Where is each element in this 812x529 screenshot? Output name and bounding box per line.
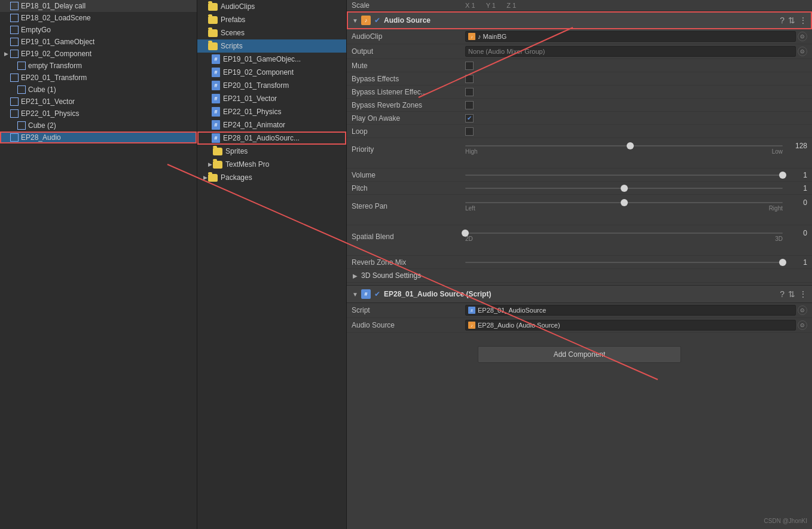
more-icon[interactable]: ⋮ (799, 289, 807, 299)
mute-checkbox[interactable] (465, 62, 474, 70)
hierarchy-item-ep28-audio[interactable]: EP28_Audio (0, 132, 197, 143)
spatial-blend-row: Spatial Blend 2D 3D 0 (347, 225, 812, 256)
gameobj-icon (17, 61, 26, 71)
priority-slider[interactable]: High Low (465, 145, 783, 146)
hierarchy-item-ep20-transform[interactable]: EP20_01_Transform (0, 72, 197, 84)
project-script-ep19-go[interactable]: # EP19_01_GameObjec... (197, 53, 346, 66)
arrow-icon (2, 38, 10, 45)
project-folder-prefabs[interactable]: Prefabs (197, 13, 346, 26)
hierarchy-item-cube1[interactable]: Cube (1) (7, 84, 197, 96)
project-folder-packages[interactable]: ▶ Packages (197, 171, 346, 184)
audioclip-field[interactable]: ♪ ♪ MainBG (465, 31, 796, 42)
arrow-icon (207, 148, 213, 154)
pitch-label: Pitch (352, 184, 465, 192)
hierarchy-item-ep18-load[interactable]: EP18_02_LoadScene (0, 12, 197, 24)
project-folder-scenes[interactable]: Scenes (197, 26, 346, 39)
bypass-effects-label: Bypass Effects (352, 75, 465, 83)
project-script-label: EP22_01_Physics (223, 108, 281, 116)
add-component-button[interactable]: Add Component (478, 346, 681, 363)
pitch-slider[interactable] (465, 188, 783, 189)
loop-checkbox[interactable] (465, 127, 474, 136)
bypass-reverb-checkbox[interactable] (465, 101, 474, 109)
output-select-btn[interactable]: ⊙ (798, 47, 807, 56)
project-item-label: Packages (221, 173, 252, 182)
add-component-container: Add Component (347, 333, 812, 376)
help-icon[interactable]: ? (780, 289, 784, 299)
script-check-icon[interactable]: ✔ (373, 290, 381, 298)
project-folder-textmeshpro[interactable]: ▶ TextMesh Pro (197, 158, 346, 171)
settings-icon[interactable]: ⇅ (788, 289, 795, 299)
gameobj-icon (10, 49, 19, 59)
stereo-slider[interactable]: Left Right (465, 202, 783, 203)
hierarchy-item-ep19-go[interactable]: EP19_01_GameObject (0, 36, 197, 48)
project-folder-audioclips[interactable]: AudioClips (197, 0, 346, 13)
hierarchy-label: EP21_01_Vector (21, 97, 75, 106)
reverb-slider[interactable] (465, 262, 783, 263)
sound-settings-header[interactable]: ▶ 3D Sound Settings (347, 269, 812, 283)
script-icon: # (212, 68, 220, 77)
output-field[interactable]: None (Audio Mixer Group) (465, 46, 796, 57)
project-script-ep20[interactable]: # EP20_01_Transform (197, 79, 346, 92)
folder-icon (213, 148, 222, 155)
spatial-2d-label: 2D (465, 236, 473, 242)
arrow-icon (202, 4, 208, 10)
script-audio-source-value: ♪ EP28_Audio (Audio Source) ⊙ (465, 320, 807, 331)
help-icon[interactable]: ? (780, 16, 784, 25)
project-script-ep24[interactable]: # EP24_01_Animator (197, 118, 346, 132)
project-script-ep19-comp[interactable]: # EP19_02_Component (197, 66, 346, 79)
play-on-awake-checkbox[interactable]: ✔ (465, 114, 474, 123)
script-select-btn[interactable]: ⊙ (798, 305, 807, 315)
volume-slider[interactable] (465, 175, 783, 176)
more-icon[interactable]: ⋮ (799, 16, 807, 25)
project-script-label: EP19_01_GameObjec... (223, 55, 301, 63)
mute-row: Mute (347, 59, 812, 72)
folder-icon (208, 3, 218, 11)
script-component-header[interactable]: ▼ # ✔ EP28_01_Audio Source (Script) ? ⇅ … (347, 285, 812, 303)
spatial-blend-label: Spatial Blend (352, 233, 465, 241)
spatial-value: 0 (786, 229, 807, 237)
project-folder-scripts[interactable]: Scripts (197, 39, 346, 53)
project-folder-sprites[interactable]: Sprites (197, 145, 346, 158)
script-audio-source-field[interactable]: ♪ EP28_Audio (Audio Source) (465, 320, 796, 331)
hierarchy-label: EP18_01_Delay call (21, 2, 86, 10)
component-header-icons: ? ⇅ ⋮ (780, 16, 807, 25)
hierarchy-label: empty Transform (28, 62, 82, 70)
settings-icon[interactable]: ⇅ (788, 16, 795, 25)
check-icon[interactable]: ✔ (373, 16, 381, 25)
collapse-arrow-icon[interactable]: ▼ (352, 17, 359, 24)
project-script-label: EP20_01_Transform (223, 81, 289, 90)
hierarchy-item-ep19-comp[interactable]: ▶ EP19_02_Component (0, 48, 197, 60)
script-label: Script (352, 306, 465, 314)
hierarchy-item-cube2[interactable]: Cube (2) (7, 120, 197, 132)
project-item-label: AudioClips (221, 2, 255, 11)
output-text: None (Audio Mixer Group) (468, 48, 545, 55)
script-value: # EP28_01_AudioSource ⊙ (465, 305, 807, 316)
watermark: CSDN @JhonKI (764, 518, 807, 524)
hierarchy-item-ep22-physics[interactable]: EP22_01_Physics (0, 108, 197, 120)
collapse-arrow-icon[interactable]: ▼ (352, 291, 359, 298)
sound-settings-label: 3D Sound Settings (361, 271, 421, 280)
play-on-awake-row: Play On Awake ✔ (347, 112, 812, 125)
project-script-ep22[interactable]: # EP22_01_Physics (197, 105, 346, 118)
audio-source-file-icon: ♪ (468, 322, 475, 329)
script-audio-source-text: EP28_Audio (Audio Source) (478, 322, 560, 329)
project-script-ep28[interactable]: # EP28_01_AudioSourc... (197, 132, 346, 145)
spatial-slider[interactable]: 2D 3D (465, 233, 783, 234)
hierarchy-item-empty-transform[interactable]: empty Transform (7, 60, 197, 72)
bypass-listener-checkbox[interactable] (465, 88, 474, 96)
script-component-title: EP28_01_Audio Source (Script) (384, 290, 780, 298)
script-row: Script # EP28_01_AudioSource ⊙ (347, 303, 812, 318)
bypass-effects-checkbox[interactable] (465, 75, 474, 83)
audioclip-select-btn[interactable]: ⊙ (798, 32, 807, 41)
hierarchy-item-ep21-vector[interactable]: EP21_01_Vector (0, 96, 197, 108)
hierarchy-item-ep18-delay[interactable]: EP18_01_Delay call (0, 0, 197, 12)
scale-row: Scale X 1 Y 1 Z 1 (347, 0, 812, 11)
play-on-awake-value: ✔ (465, 114, 807, 123)
project-script-ep21[interactable]: # EP21_01_Vector (197, 92, 346, 105)
hierarchy-item-emptygo[interactable]: EmptyGo (0, 24, 197, 36)
loop-value (465, 127, 807, 136)
script-audio-source-select-btn[interactable]: ⊙ (798, 320, 807, 330)
project-item-label: Sprites (225, 147, 248, 155)
audio-source-header[interactable]: ▼ ♪ ✔ Audio Source ? ⇅ ⋮ (347, 11, 812, 29)
script-field[interactable]: # EP28_01_AudioSource (465, 305, 796, 316)
